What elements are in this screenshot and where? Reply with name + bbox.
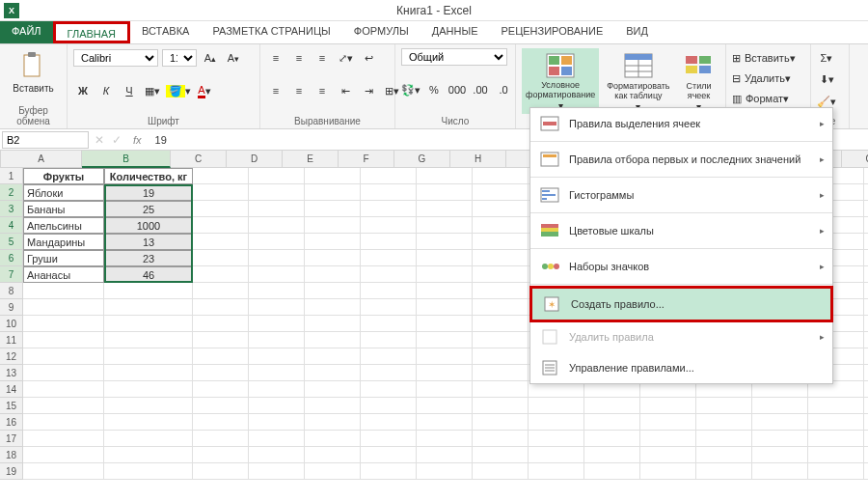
enter-icon[interactable]: ✓: [112, 133, 122, 147]
menu-color-scales[interactable]: Цветовые шкалы: [530, 215, 832, 246]
cell-O2[interactable]: [864, 184, 868, 201]
cell-B1[interactable]: Количество, кг: [104, 168, 193, 184]
cell-F7[interactable]: [361, 266, 417, 283]
tab-file[interactable]: ФАЙЛ: [0, 21, 53, 43]
tab-review[interactable]: РЕЦЕНЗИРОВАНИЕ: [489, 21, 614, 43]
row-header-11[interactable]: 11: [0, 332, 23, 348]
cell-O11[interactable]: [864, 332, 868, 348]
cell-D13[interactable]: [249, 365, 305, 381]
cell-D17[interactable]: [249, 431, 305, 447]
cell-A5[interactable]: Мандарины: [23, 234, 104, 250]
cell-D16[interactable]: [249, 414, 305, 431]
cell-C1[interactable]: [193, 168, 249, 184]
align-right-icon[interactable]: ≡: [312, 81, 332, 100]
inc-decimal-icon[interactable]: .00: [471, 80, 490, 99]
row-header-15[interactable]: 15: [0, 398, 23, 414]
cell-C14[interactable]: [193, 381, 249, 398]
cell-E13[interactable]: [305, 365, 361, 381]
row-header-14[interactable]: 14: [0, 381, 23, 398]
cell-D10[interactable]: [249, 316, 305, 332]
cell-D5[interactable]: [249, 234, 305, 250]
cell-E5[interactable]: [305, 234, 361, 250]
row-header-6[interactable]: 6: [0, 250, 23, 266]
row-header-12[interactable]: 12: [0, 348, 23, 365]
col-header-H[interactable]: H: [450, 151, 506, 168]
cell-L18[interactable]: [696, 447, 752, 463]
row-header-9[interactable]: 9: [0, 299, 23, 316]
row-header-3[interactable]: 3: [0, 201, 23, 217]
cell-A6[interactable]: Груши: [23, 250, 104, 266]
row-header-8[interactable]: 8: [0, 283, 23, 299]
cell-G1[interactable]: [417, 168, 473, 184]
cell-H15[interactable]: [473, 398, 529, 414]
tab-data[interactable]: ДАННЫЕ: [420, 21, 490, 43]
cell-E8[interactable]: [305, 283, 361, 299]
cell-M15[interactable]: [752, 398, 808, 414]
delete-cells-button[interactable]: ⊟ Удалить▾: [732, 69, 804, 88]
menu-icon-sets[interactable]: Наборы значков: [530, 251, 832, 282]
cell-I18[interactable]: [529, 447, 584, 463]
cell-O12[interactable]: [864, 348, 868, 365]
cell-F14[interactable]: [361, 381, 417, 398]
align-left-icon[interactable]: ≡: [266, 81, 285, 100]
cell-I16[interactable]: [529, 414, 584, 431]
insert-cells-button[interactable]: ⊞ Вставить▾: [732, 48, 804, 68]
menu-clear-rules[interactable]: Удалить правила: [530, 321, 832, 352]
row-header-10[interactable]: 10: [0, 316, 23, 332]
cell-O18[interactable]: [864, 447, 868, 463]
cell-A18[interactable]: [23, 447, 104, 463]
tab-insert[interactable]: ВСТАВКА: [130, 21, 201, 43]
cell-H13[interactable]: [473, 365, 529, 381]
cell-B8[interactable]: [104, 283, 193, 299]
cell-C18[interactable]: [193, 447, 249, 463]
cell-O5[interactable]: [864, 234, 868, 250]
cell-K19[interactable]: [640, 463, 696, 480]
tab-view[interactable]: ВИД: [614, 21, 660, 43]
indent-inc-icon[interactable]: ⇥: [359, 81, 378, 100]
cell-N17[interactable]: [808, 431, 864, 447]
cell-A7[interactable]: Ананасы: [23, 266, 104, 283]
cell-F12[interactable]: [361, 348, 417, 365]
cell-A12[interactable]: [23, 348, 104, 365]
cell-M16[interactable]: [752, 414, 808, 431]
cell-F6[interactable]: [361, 250, 417, 266]
col-header-O[interactable]: O: [842, 151, 868, 168]
cell-G4[interactable]: [417, 217, 473, 234]
cell-G9[interactable]: [417, 299, 473, 316]
cell-D7[interactable]: [249, 266, 305, 283]
orientation-icon[interactable]: ⤢▾: [336, 48, 355, 68]
cell-A17[interactable]: [23, 431, 104, 447]
cell-A11[interactable]: [23, 332, 104, 348]
menu-data-bars[interactable]: Гистограммы: [530, 180, 832, 210]
number-format-select[interactable]: Общий: [401, 48, 507, 66]
decrease-font-icon[interactable]: A▾: [224, 48, 243, 68]
row-header-18[interactable]: 18: [0, 447, 23, 463]
cell-O16[interactable]: [864, 414, 868, 431]
indent-dec-icon[interactable]: ⇤: [336, 81, 355, 100]
cell-A3[interactable]: Бананы: [23, 201, 104, 217]
cell-J17[interactable]: [584, 431, 640, 447]
cell-E15[interactable]: [305, 398, 361, 414]
row-header-1[interactable]: 1: [0, 168, 23, 184]
cell-O13[interactable]: [864, 365, 868, 381]
cell-H10[interactable]: [473, 316, 529, 332]
cell-E12[interactable]: [305, 348, 361, 365]
cell-E4[interactable]: [305, 217, 361, 234]
cell-D19[interactable]: [249, 463, 305, 480]
cell-K16[interactable]: [640, 414, 696, 431]
cell-D6[interactable]: [249, 250, 305, 266]
row-header-19[interactable]: 19: [0, 463, 23, 480]
cell-A8[interactable]: [23, 283, 104, 299]
cell-E14[interactable]: [305, 381, 361, 398]
cell-H8[interactable]: [473, 283, 529, 299]
cell-C6[interactable]: [193, 250, 249, 266]
cell-H18[interactable]: [473, 447, 529, 463]
col-header-A[interactable]: A: [1, 151, 82, 168]
cell-L15[interactable]: [696, 398, 752, 414]
cell-G17[interactable]: [417, 431, 473, 447]
cell-K15[interactable]: [640, 398, 696, 414]
align-top-icon[interactable]: ≡: [266, 48, 285, 68]
cell-J15[interactable]: [584, 398, 640, 414]
cell-styles-button[interactable]: Стили ячеек▾: [678, 48, 720, 114]
cell-C5[interactable]: [193, 234, 249, 250]
